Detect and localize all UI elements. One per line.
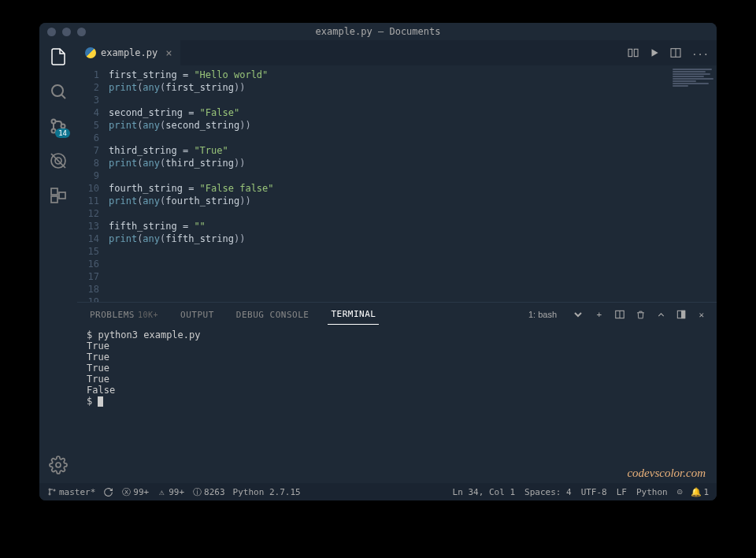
svg-point-2 bbox=[52, 120, 56, 124]
code-area[interactable]: first_string = "Hello world"print(any(fi… bbox=[109, 65, 717, 302]
svg-line-1 bbox=[61, 95, 65, 99]
search-icon[interactable] bbox=[48, 81, 69, 102]
encoding-status[interactable]: UTF-8 bbox=[581, 487, 607, 497]
error-icon: ⓧ bbox=[121, 487, 131, 497]
terminal-tab[interactable]: TERMINAL bbox=[328, 304, 379, 325]
minimize-window-button[interactable] bbox=[62, 28, 71, 36]
status-bar: master* ⓧ99+ ⚠99+ ⓘ8263 Python 2.7.15 Ln… bbox=[39, 483, 717, 500]
svg-rect-12 bbox=[628, 49, 632, 56]
warnings-status[interactable]: ⚠99+ bbox=[157, 487, 184, 497]
problems-tab[interactable]: PROBLEMS10K+ bbox=[87, 305, 161, 325]
notifications-status[interactable]: 🔔1 bbox=[691, 487, 709, 497]
more-actions-icon[interactable]: ··· bbox=[691, 49, 709, 60]
errors-status[interactable]: ⓧ99+ bbox=[121, 487, 149, 497]
feedback-icon[interactable]: ☺ bbox=[677, 487, 683, 497]
traffic-lights bbox=[47, 28, 86, 36]
svg-rect-10 bbox=[59, 192, 65, 199]
svg-rect-13 bbox=[635, 49, 639, 56]
indentation-status[interactable]: Spaces: 4 bbox=[524, 487, 572, 497]
main-area: 14 example.py × bbox=[39, 40, 717, 483]
svg-rect-8 bbox=[51, 188, 57, 195]
panel-actions: 1: bash + ✕ bbox=[525, 309, 707, 320]
svg-rect-9 bbox=[51, 196, 57, 203]
terminal-selector[interactable]: 1: bash bbox=[525, 309, 584, 320]
problems-count: 10K+ bbox=[138, 311, 158, 319]
open-changes-icon[interactable] bbox=[627, 46, 639, 61]
maximize-panel-icon[interactable] bbox=[676, 309, 687, 320]
close-panel-icon[interactable]: ✕ bbox=[696, 309, 707, 320]
python-version-status[interactable]: Python 2.7.15 bbox=[233, 487, 301, 497]
close-window-button[interactable] bbox=[47, 28, 56, 36]
svg-point-20 bbox=[49, 489, 50, 490]
info-status[interactable]: ⓘ8263 bbox=[192, 487, 225, 497]
source-control-icon[interactable]: 14 bbox=[48, 116, 69, 136]
editor-top-actions: ··· bbox=[627, 46, 709, 61]
sync-icon[interactable] bbox=[103, 487, 113, 497]
output-tab[interactable]: OUTPUT bbox=[177, 305, 217, 325]
cursor-position-status[interactable]: Ln 34, Col 1 bbox=[453, 487, 515, 497]
panel-tabs: PROBLEMS10K+ OUTPUT DEBUG CONSOLE TERMIN… bbox=[77, 303, 717, 326]
run-icon[interactable] bbox=[649, 47, 660, 61]
python-file-icon bbox=[85, 47, 96, 58]
tab-bar: example.py × bbox=[77, 40, 717, 65]
window-title: example.py — Documents bbox=[316, 26, 441, 37]
svg-rect-19 bbox=[682, 311, 685, 318]
git-branch-status[interactable]: master* bbox=[47, 487, 95, 497]
svg-point-11 bbox=[56, 463, 61, 467]
settings-icon[interactable] bbox=[48, 455, 69, 475]
close-tab-icon[interactable]: × bbox=[165, 46, 172, 59]
extensions-icon[interactable] bbox=[48, 185, 69, 206]
svg-point-4 bbox=[61, 125, 65, 128]
bell-icon: 🔔 bbox=[691, 487, 701, 497]
minimap[interactable] bbox=[669, 65, 717, 113]
svg-point-0 bbox=[52, 85, 63, 96]
line-gutter: 1234567891011121314151617181920 bbox=[77, 65, 109, 302]
debug-icon[interactable] bbox=[48, 151, 69, 171]
kill-terminal-icon[interactable] bbox=[635, 309, 646, 320]
scm-badge: 14 bbox=[55, 128, 70, 138]
explorer-icon[interactable] bbox=[48, 46, 69, 67]
tab-label: example.py bbox=[101, 47, 158, 58]
info-icon: ⓘ bbox=[192, 487, 202, 497]
tab-example-py[interactable]: example.py × bbox=[77, 40, 180, 65]
warning-icon: ⚠ bbox=[157, 487, 166, 497]
language-mode-status[interactable]: Python bbox=[636, 487, 668, 497]
code-editor[interactable]: 1234567891011121314151617181920 first_st… bbox=[77, 65, 717, 302]
svg-point-21 bbox=[49, 493, 50, 495]
eol-status[interactable]: LF bbox=[617, 487, 627, 497]
title-bar: example.py — Documents bbox=[39, 23, 717, 40]
branch-icon bbox=[47, 487, 57, 497]
split-editor-icon[interactable] bbox=[669, 46, 682, 61]
watermark: codevscolor.com bbox=[627, 467, 706, 480]
split-terminal-icon[interactable] bbox=[614, 309, 625, 320]
new-terminal-icon[interactable]: + bbox=[594, 309, 605, 320]
editor-content: example.py × ··· 12345678910111213141516… bbox=[77, 40, 717, 483]
terminal-output[interactable]: $ python3 example.pyTrueTrueTrueTrueFals… bbox=[77, 326, 717, 483]
activity-bar: 14 bbox=[39, 40, 77, 483]
bottom-panel: PROBLEMS10K+ OUTPUT DEBUG CONSOLE TERMIN… bbox=[77, 302, 717, 483]
svg-point-22 bbox=[54, 489, 55, 491]
debug-console-tab[interactable]: DEBUG CONSOLE bbox=[233, 305, 313, 325]
maximize-window-button[interactable] bbox=[77, 28, 86, 36]
collapse-panel-icon[interactable] bbox=[655, 309, 666, 320]
vscode-window: example.py — Documents 14 bbox=[39, 23, 717, 500]
